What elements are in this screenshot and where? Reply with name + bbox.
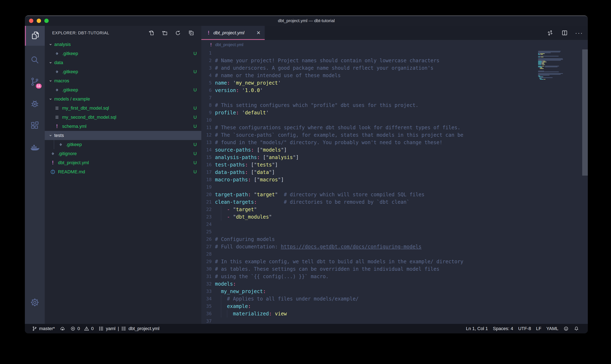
tree-item-tests[interactable]: tests xyxy=(45,131,201,140)
tree-item-macros[interactable]: macros xyxy=(45,76,201,85)
ellipsis-icon: ··· xyxy=(575,32,583,34)
activity-item-docker[interactable] xyxy=(25,138,45,158)
line-number: 35 xyxy=(201,303,212,310)
code-text: version: '1.0.0' xyxy=(215,87,263,94)
new-file-button[interactable] xyxy=(147,28,156,37)
code-line: 29# In this example config, we tell dbt … xyxy=(201,258,588,265)
open-changes-button[interactable] xyxy=(545,28,555,38)
code-line: 37 xyxy=(201,317,588,324)
breadcrumb-file-item[interactable]: dbt_project.yml xyxy=(215,42,243,47)
git-untracked-badge: U xyxy=(194,115,197,120)
tree-item-label: my_second_dbt_model.sql xyxy=(62,115,116,120)
activity-item-settings[interactable] xyxy=(25,293,45,313)
line-number: 31 xyxy=(201,273,212,280)
tree-item-my-first-dbt-model.sql[interactable]: my_first_dbt_model.sqlU xyxy=(45,104,201,113)
git-file-icon xyxy=(50,151,56,156)
tree-item-my-second-dbt-model.sql[interactable]: my_second_dbt_model.sqlU xyxy=(45,113,201,122)
tab-dbt-project-yml[interactable]: ! dbt_project.yml ✕ xyxy=(201,26,265,40)
activity-item-source-control[interactable]: 11 xyxy=(25,72,45,92)
cursor-position-item[interactable]: Ln 1, Col 1 xyxy=(463,326,490,331)
line-number: 23 xyxy=(201,213,212,221)
line-number: 37 xyxy=(201,317,212,324)
tree-item-models-example[interactable]: models / example xyxy=(45,94,201,104)
close-tab-icon[interactable]: ✕ xyxy=(256,30,261,36)
eol-item[interactable]: LF xyxy=(534,326,544,331)
feedback-button[interactable] xyxy=(561,326,571,331)
line-number: 28 xyxy=(201,250,212,258)
tree-item-label: README.md xyxy=(58,169,85,175)
line-number: 30 xyxy=(201,265,212,273)
line-number: 16 xyxy=(201,161,212,169)
breadcrumb: ! dbt_project.yml xyxy=(201,40,588,50)
code-line: 19 xyxy=(201,183,588,191)
tree-item-.gitkeep[interactable]: .gitkeepU xyxy=(45,140,201,149)
code-line: 3# and underscores. A good package name … xyxy=(201,64,588,72)
refresh-explorer-button[interactable] xyxy=(174,28,182,37)
publish-changes-button[interactable] xyxy=(57,324,68,333)
cloud-upload-icon xyxy=(60,326,65,331)
tree-item-label: tests xyxy=(54,133,64,138)
tree-item-.gitkeep[interactable]: .gitkeepU xyxy=(45,67,201,76)
language-mode-item[interactable]: YAML xyxy=(544,326,561,331)
git-untracked-badge: U xyxy=(194,169,197,175)
outline-language-item[interactable]: yaml | dbt_project.yml xyxy=(96,324,162,333)
tree-item-readme.md[interactable]: README.mdU xyxy=(45,167,201,176)
tree-item-.gitkeep[interactable]: .gitkeepU xyxy=(45,49,201,58)
line-number: 20 xyxy=(201,191,212,198)
line-number: 14 xyxy=(201,146,212,154)
active-tab-indicator xyxy=(201,39,265,40)
code-text: materialized: view xyxy=(215,310,287,317)
tree-item-schema.yml[interactable]: !schema.ymlU xyxy=(45,122,201,131)
errors-icon xyxy=(70,326,76,331)
code-line: 20target-path: "target" # directory whic… xyxy=(201,191,588,198)
tree-item-dbt-project.yml[interactable]: !dbt_project.ymlU xyxy=(45,158,201,167)
activity-item-explorer[interactable] xyxy=(25,26,45,46)
problems-status-item[interactable]: 0 0 xyxy=(68,324,96,333)
code-line: 17data-paths: ["data"] xyxy=(201,169,588,176)
tree-item-.gitkeep[interactable]: .gitkeepU xyxy=(45,85,201,94)
code-text: data-paths: ["data"] xyxy=(215,169,275,176)
line-number: 29 xyxy=(201,258,212,265)
indentation-item[interactable]: Spaces: 4 xyxy=(490,326,516,331)
code-editor[interactable]: 12# Name your project! Project names sho… xyxy=(201,50,588,324)
git-untracked-badge: U xyxy=(194,151,197,156)
minimap[interactable] xyxy=(538,50,582,81)
activity-item-debug[interactable] xyxy=(25,94,45,114)
code-text: source-paths: ["models"] xyxy=(215,146,287,154)
code-line: 36 materialized: view xyxy=(201,310,588,317)
info-file-icon xyxy=(50,169,56,175)
collapse-folders-button[interactable] xyxy=(187,28,195,37)
branch-status-item[interactable]: master* xyxy=(29,324,57,333)
code-line: 23 - "dbt_modules" xyxy=(201,213,588,221)
tree-item-data[interactable]: data xyxy=(45,58,201,67)
more-actions-button[interactable]: ··· xyxy=(575,28,584,38)
tab-label: dbt_project.yml xyxy=(213,30,244,36)
docker-whale-icon xyxy=(30,143,40,153)
line-number: 24 xyxy=(201,221,212,228)
tree-item-.gitignore[interactable]: .gitignoreU xyxy=(45,149,201,158)
code-line: 6version: '1.0.0' xyxy=(201,87,588,94)
bug-icon xyxy=(30,99,40,109)
tree-item-label: .gitignore xyxy=(58,151,77,156)
status-bar: master* 0 0 yaml | dbt_project.yml Ln 1,… xyxy=(25,324,588,333)
code-line: 4# name or the intended use of these mod… xyxy=(201,72,588,79)
activity-item-extensions[interactable] xyxy=(25,116,45,136)
tree-item-analysis[interactable]: analysis xyxy=(45,40,201,49)
chevron-down-icon xyxy=(48,133,53,138)
bell-icon xyxy=(574,326,579,331)
new-folder-button[interactable] xyxy=(160,28,169,37)
line-number: 12 xyxy=(201,131,212,139)
vscode-window: dbt_project.yml — dbt-tutorial 11 xyxy=(25,15,588,333)
notifications-button[interactable] xyxy=(571,326,582,331)
line-number: 13 xyxy=(201,139,212,146)
encoding-item[interactable]: UTF-8 xyxy=(516,326,534,331)
activity-item-search[interactable] xyxy=(25,50,45,70)
split-editor-button[interactable] xyxy=(560,28,569,38)
code-line: 32models: xyxy=(201,280,588,288)
scrollbar-thumb[interactable] xyxy=(582,50,588,176)
explorer-sidebar: EXPLORER: DBT-TUTORIAL analysis.gitkeepU… xyxy=(45,26,201,324)
code-text: # Name your project! Project names shoul… xyxy=(215,57,440,64)
code-text: # The `source-paths` config, for example… xyxy=(215,131,463,139)
line-number: 26 xyxy=(201,235,212,243)
code-line: 24 xyxy=(201,221,588,228)
